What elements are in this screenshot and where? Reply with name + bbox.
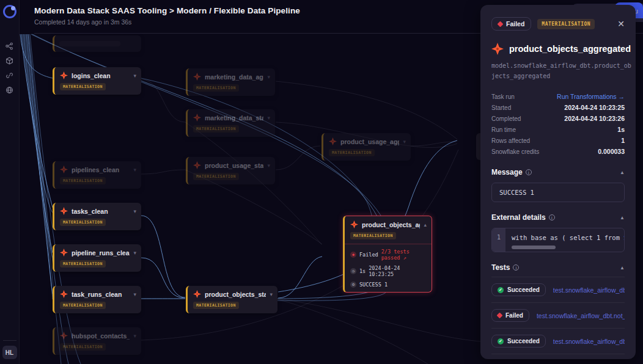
dbt-icon bbox=[350, 220, 358, 228]
test-status-badge: ✓Succeeded bbox=[491, 335, 546, 348]
chevron-down-icon[interactable]: ▾ bbox=[267, 74, 270, 80]
chevron-down-icon[interactable]: ▾ bbox=[133, 250, 136, 256]
code-line-number: 1 bbox=[492, 228, 505, 252]
node-product_usage_aggregated[interactable]: product_usage_aggregated▾MATERIALISATION bbox=[322, 133, 411, 161]
dbt-icon bbox=[491, 43, 504, 55]
test-status-badge: ✓Succeeded bbox=[491, 283, 546, 296]
dbt-icon bbox=[193, 73, 201, 81]
detail-link[interactable]: Run Transformations → bbox=[557, 93, 625, 100]
detail-row: Run time1s bbox=[491, 124, 625, 135]
node-marketing_data_aggregated[interactable]: marketing_data_aggregated▾MATERIALISATIO… bbox=[186, 68, 275, 96]
detail-label: Snowflake credits bbox=[491, 148, 539, 155]
node-pipelines_clean[interactable]: pipelines_clean▾MATERIALISATION bbox=[53, 161, 141, 189]
dbt-icon bbox=[193, 114, 201, 122]
dbt-icon bbox=[193, 161, 201, 169]
detail-label: Rows affected bbox=[491, 137, 530, 144]
failed-diamond-icon bbox=[497, 313, 503, 319]
test-name-link[interactable]: test.snowflake_airflow_dbt.not_null_pr bbox=[537, 312, 625, 319]
node-label: logins_clean bbox=[72, 72, 130, 79]
chevron-up-icon[interactable]: ▴ bbox=[424, 222, 427, 228]
collapse-caret-icon[interactable]: ▲ bbox=[620, 215, 625, 220]
check-circle-icon: ✓ bbox=[498, 287, 504, 293]
detail-value: 1 bbox=[621, 137, 625, 144]
detail-label: Completed bbox=[491, 115, 521, 122]
dbt-icon bbox=[193, 290, 201, 298]
close-icon[interactable]: ✕ bbox=[617, 19, 625, 29]
detail-row: Snowflake credits0.000033 bbox=[491, 146, 625, 157]
dbt-icon bbox=[60, 71, 68, 79]
chevron-down-icon[interactable]: ▾ bbox=[133, 208, 136, 214]
node-top_stub[interactable] bbox=[53, 35, 141, 52]
globe-icon[interactable] bbox=[5, 86, 14, 95]
gear-icon: ⚙ bbox=[350, 282, 356, 288]
detail-label: Run time bbox=[491, 126, 516, 133]
detail-row: Started2024-04-24 10:23:25 bbox=[491, 102, 625, 113]
materialisation-chip: MATERIALISATION bbox=[60, 302, 106, 309]
info-icon[interactable]: i bbox=[513, 264, 519, 271]
detail-rows: Task runRun Transformations →Started2024… bbox=[491, 91, 625, 157]
test-name-link[interactable]: test.snowflake_airflow_dbt.not_null_pr bbox=[553, 338, 625, 345]
dbt-icon bbox=[60, 290, 68, 298]
code-line: with base as ( select 1 from SNOWFLAKE bbox=[512, 234, 624, 241]
test-rows: ✓Succeededtest.snowflake_airflow_dbt.uni… bbox=[491, 277, 625, 354]
test-row: ✓Succeededtest.snowflake_airflow_dbt.not… bbox=[491, 329, 625, 354]
node-hubspot_contacts_clean[interactable]: hubspot_contacts_clean▾MATERIALISATION bbox=[53, 327, 141, 355]
tests-section-title: Tests bbox=[491, 263, 510, 272]
dbt-icon bbox=[60, 249, 68, 257]
materialisation-chip: MATERIALISATION bbox=[60, 83, 106, 90]
chevron-down-icon[interactable]: ▾ bbox=[403, 139, 406, 145]
pipeline-graph-icon[interactable] bbox=[5, 42, 14, 51]
node-pipeline_runs_clean[interactable]: pipeline_runs_clean▾MATERIALISATION bbox=[53, 244, 141, 272]
materialisation-chip: MATERIALISATION bbox=[329, 149, 375, 156]
node-product_usage_staging[interactable]: product_usage_staging▾MATERIALISATION bbox=[186, 157, 275, 184]
horizontal-scrollbar[interactable] bbox=[512, 246, 556, 249]
detail-value: 1s bbox=[617, 126, 625, 133]
external-code-block[interactable]: 1 with base as ( select 1 from SNOWFLAKE bbox=[491, 228, 625, 252]
test-row: ✓Succeededtest.snowflake_airflow_dbt.uni… bbox=[491, 277, 625, 303]
node-divider bbox=[345, 244, 432, 244]
test-name-link[interactable]: test.snowflake_airflow_dbt.unique_pro bbox=[553, 286, 625, 294]
node-status: Failed bbox=[359, 252, 378, 258]
test-row: Failedtest.snowflake_airflow_dbt.not_nul… bbox=[491, 303, 625, 329]
node-label: product_objects_aggregated bbox=[362, 221, 420, 228]
chevron-down-icon[interactable]: ▾ bbox=[133, 73, 136, 79]
node-tasks_clean[interactable]: tasks_clean▾MATERIALISATION bbox=[53, 203, 141, 230]
chevron-down-icon[interactable]: ▾ bbox=[270, 291, 273, 297]
link-icon[interactable] bbox=[5, 71, 14, 80]
collapse-caret-icon[interactable]: ▲ bbox=[620, 170, 625, 175]
node-task_runs_clean[interactable]: task_runs_clean▾MATERIALISATION bbox=[53, 286, 141, 313]
sidebar-divider bbox=[3, 340, 17, 341]
materialisation-chip: MATERIALISATION bbox=[193, 302, 239, 309]
test-status-label: Failed bbox=[505, 312, 523, 319]
chevron-down-icon[interactable]: ▾ bbox=[267, 162, 270, 169]
cube-icon[interactable] bbox=[5, 56, 14, 65]
detail-row: Completed2024-04-24 10:23:26 bbox=[491, 113, 625, 124]
node-product_objects_aggregated-selected[interactable]: product_objects_aggregated ▴ MATERIALISA… bbox=[343, 216, 432, 293]
collapse-caret-icon[interactable]: ▲ bbox=[620, 265, 625, 271]
test-status-label: Succeeded bbox=[507, 286, 540, 293]
model-path: model.snowflake_airflow_dbt.product_obje… bbox=[491, 60, 632, 81]
node-message: SUCCESS 1 bbox=[359, 282, 388, 288]
node-product_objects_staging[interactable]: product_objects_staging▾MATERIALISATION bbox=[186, 286, 277, 313]
chevron-down-icon[interactable]: ▾ bbox=[133, 167, 136, 173]
materialisation-chip: MATERIALISATION bbox=[193, 173, 239, 180]
info-icon[interactable]: i bbox=[549, 214, 555, 220]
user-avatar[interactable]: HL bbox=[2, 346, 17, 359]
chevron-down-icon[interactable]: ▾ bbox=[133, 291, 136, 297]
node-label: product_objects_staging bbox=[205, 291, 266, 298]
node-logins_clean[interactable]: logins_clean▾MATERIALISATION bbox=[53, 67, 141, 95]
tests-summary-link[interactable]: 2/3 tests passed ↗ bbox=[381, 249, 427, 261]
message-content: SUCCESS 1 bbox=[491, 183, 625, 202]
node-label: product_usage_aggregated bbox=[340, 138, 399, 145]
node-marketing_data_staging[interactable]: marketing_data_staging▾MATERIALISATION bbox=[186, 109, 275, 137]
materialisation-chip: MATERIALISATION bbox=[60, 260, 106, 268]
materialisation-chip: MATERIALISATION bbox=[193, 125, 239, 133]
chevron-down-icon[interactable]: ▾ bbox=[267, 115, 270, 121]
info-icon[interactable]: i bbox=[526, 169, 532, 175]
chevron-down-icon[interactable]: ▾ bbox=[133, 333, 136, 339]
test-status-label: Succeeded bbox=[507, 338, 540, 344]
clock-icon: ◷ bbox=[350, 268, 356, 274]
node-label: pipelines_clean bbox=[72, 166, 130, 173]
detail-label: Task run bbox=[491, 93, 515, 100]
app-logo-icon[interactable] bbox=[3, 5, 17, 18]
